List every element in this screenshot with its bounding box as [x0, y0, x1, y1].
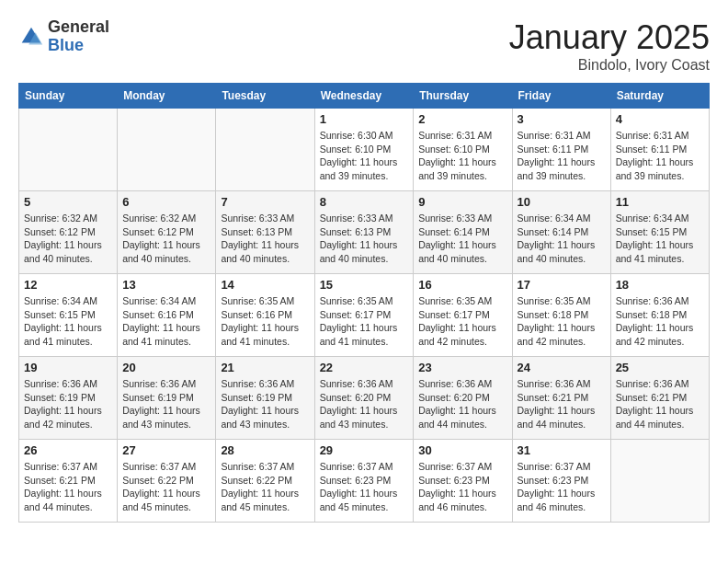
day-info: Sunrise: 6:37 AM Sunset: 6:23 PM Dayligh…	[418, 460, 506, 514]
logo-icon	[18, 24, 44, 50]
month-title: January 2025	[509, 18, 710, 57]
day-info: Sunrise: 6:31 AM Sunset: 6:11 PM Dayligh…	[518, 129, 606, 183]
day-cell: 25Sunrise: 6:36 AM Sunset: 6:21 PM Dayli…	[610, 357, 709, 440]
day-number: 30	[418, 443, 506, 457]
day-info: Sunrise: 6:36 AM Sunset: 6:20 PM Dayligh…	[320, 377, 409, 431]
day-cell: 22Sunrise: 6:36 AM Sunset: 6:20 PM Dayli…	[314, 357, 414, 440]
logo: General Blue	[18, 18, 109, 55]
day-number: 14	[221, 278, 309, 292]
calendar-table: SundayMondayTuesdayWednesdayThursdayFrid…	[18, 83, 710, 523]
day-info: Sunrise: 6:36 AM Sunset: 6:19 PM Dayligh…	[221, 377, 309, 431]
day-number: 5	[24, 195, 112, 209]
day-info: Sunrise: 6:37 AM Sunset: 6:22 PM Dayligh…	[221, 460, 309, 514]
day-number: 18	[616, 278, 704, 292]
day-info: Sunrise: 6:36 AM Sunset: 6:20 PM Dayligh…	[418, 377, 506, 431]
header-monday: Monday	[118, 84, 216, 109]
calendar-header-row: SundayMondayTuesdayWednesdayThursdayFrid…	[19, 84, 710, 109]
header-wednesday: Wednesday	[314, 84, 414, 109]
day-cell: 17Sunrise: 6:35 AM Sunset: 6:18 PM Dayli…	[512, 274, 610, 357]
day-info: Sunrise: 6:34 AM Sunset: 6:14 PM Dayligh…	[518, 212, 606, 266]
day-cell: 5Sunrise: 6:32 AM Sunset: 6:12 PM Daylig…	[19, 191, 118, 274]
day-cell: 13Sunrise: 6:34 AM Sunset: 6:16 PM Dayli…	[118, 274, 216, 357]
day-cell: 29Sunrise: 6:37 AM Sunset: 6:23 PM Dayli…	[314, 440, 414, 523]
day-cell: 21Sunrise: 6:36 AM Sunset: 6:19 PM Dayli…	[216, 357, 314, 440]
day-info: Sunrise: 6:36 AM Sunset: 6:21 PM Dayligh…	[616, 377, 704, 431]
day-cell: 10Sunrise: 6:34 AM Sunset: 6:14 PM Dayli…	[512, 191, 610, 274]
logo-general: General	[48, 18, 109, 37]
day-cell	[610, 440, 709, 523]
day-info: Sunrise: 6:34 AM Sunset: 6:15 PM Dayligh…	[24, 294, 112, 349]
day-number: 16	[418, 278, 506, 292]
day-info: Sunrise: 6:35 AM Sunset: 6:18 PM Dayligh…	[518, 294, 606, 349]
day-number: 25	[616, 361, 704, 374]
day-cell: 11Sunrise: 6:34 AM Sunset: 6:15 PM Dayli…	[610, 191, 709, 274]
day-number: 7	[221, 195, 309, 209]
header-tuesday: Tuesday	[216, 84, 314, 109]
day-number: 8	[320, 195, 409, 209]
day-number: 11	[616, 195, 704, 209]
day-cell: 18Sunrise: 6:36 AM Sunset: 6:18 PM Dayli…	[610, 274, 709, 357]
day-number: 21	[221, 361, 309, 374]
day-info: Sunrise: 6:34 AM Sunset: 6:16 PM Dayligh…	[122, 294, 210, 349]
page-header: General Blue January 2025 Bindolo, Ivory…	[18, 18, 710, 74]
day-info: Sunrise: 6:37 AM Sunset: 6:22 PM Dayligh…	[122, 460, 210, 514]
header-thursday: Thursday	[414, 84, 512, 109]
day-number: 9	[418, 195, 506, 209]
header-saturday: Saturday	[610, 84, 709, 109]
week-row-5: 26Sunrise: 6:37 AM Sunset: 6:21 PM Dayli…	[19, 440, 710, 523]
day-info: Sunrise: 6:32 AM Sunset: 6:12 PM Dayligh…	[24, 212, 112, 266]
header-friday: Friday	[512, 84, 610, 109]
day-number: 24	[518, 361, 606, 374]
day-cell: 30Sunrise: 6:37 AM Sunset: 6:23 PM Dayli…	[414, 440, 512, 523]
day-cell: 28Sunrise: 6:37 AM Sunset: 6:22 PM Dayli…	[216, 440, 314, 523]
day-cell: 3Sunrise: 6:31 AM Sunset: 6:11 PM Daylig…	[512, 109, 610, 191]
day-number: 31	[518, 443, 606, 457]
day-cell: 19Sunrise: 6:36 AM Sunset: 6:19 PM Dayli…	[19, 357, 118, 440]
day-number: 6	[122, 195, 210, 209]
day-info: Sunrise: 6:31 AM Sunset: 6:10 PM Dayligh…	[418, 129, 506, 183]
title-block: January 2025 Bindolo, Ivory Coast	[509, 18, 710, 74]
logo-text: General Blue	[48, 18, 109, 55]
day-number: 28	[221, 443, 309, 457]
header-sunday: Sunday	[19, 84, 118, 109]
day-cell	[216, 109, 314, 191]
day-number: 23	[418, 361, 506, 374]
day-info: Sunrise: 6:33 AM Sunset: 6:13 PM Dayligh…	[320, 212, 409, 266]
day-cell: 1Sunrise: 6:30 AM Sunset: 6:10 PM Daylig…	[314, 109, 414, 191]
day-cell: 16Sunrise: 6:35 AM Sunset: 6:17 PM Dayli…	[414, 274, 512, 357]
location-subtitle: Bindolo, Ivory Coast	[509, 57, 710, 74]
logo-blue: Blue	[48, 37, 109, 55]
day-number: 2	[418, 112, 506, 126]
day-number: 17	[518, 278, 606, 292]
day-cell: 15Sunrise: 6:35 AM Sunset: 6:17 PM Dayli…	[314, 274, 414, 357]
day-cell	[19, 109, 118, 191]
day-info: Sunrise: 6:36 AM Sunset: 6:19 PM Dayligh…	[122, 377, 210, 431]
day-cell: 9Sunrise: 6:33 AM Sunset: 6:14 PM Daylig…	[414, 191, 512, 274]
day-number: 22	[320, 361, 409, 374]
day-info: Sunrise: 6:32 AM Sunset: 6:12 PM Dayligh…	[122, 212, 210, 266]
day-cell: 6Sunrise: 6:32 AM Sunset: 6:12 PM Daylig…	[118, 191, 216, 274]
day-cell: 7Sunrise: 6:33 AM Sunset: 6:13 PM Daylig…	[216, 191, 314, 274]
day-info: Sunrise: 6:35 AM Sunset: 6:16 PM Dayligh…	[221, 294, 309, 349]
week-row-2: 5Sunrise: 6:32 AM Sunset: 6:12 PM Daylig…	[19, 191, 710, 274]
day-info: Sunrise: 6:35 AM Sunset: 6:17 PM Dayligh…	[418, 294, 506, 349]
day-cell: 27Sunrise: 6:37 AM Sunset: 6:22 PM Dayli…	[118, 440, 216, 523]
day-info: Sunrise: 6:37 AM Sunset: 6:21 PM Dayligh…	[24, 460, 112, 514]
day-cell: 26Sunrise: 6:37 AM Sunset: 6:21 PM Dayli…	[19, 440, 118, 523]
day-number: 10	[518, 195, 606, 209]
day-cell: 14Sunrise: 6:35 AM Sunset: 6:16 PM Dayli…	[216, 274, 314, 357]
day-cell: 23Sunrise: 6:36 AM Sunset: 6:20 PM Dayli…	[414, 357, 512, 440]
day-info: Sunrise: 6:36 AM Sunset: 6:21 PM Dayligh…	[518, 377, 606, 431]
week-row-1: 1Sunrise: 6:30 AM Sunset: 6:10 PM Daylig…	[19, 109, 710, 191]
day-info: Sunrise: 6:30 AM Sunset: 6:10 PM Dayligh…	[320, 129, 409, 183]
day-info: Sunrise: 6:33 AM Sunset: 6:14 PM Dayligh…	[418, 212, 506, 266]
day-info: Sunrise: 6:33 AM Sunset: 6:13 PM Dayligh…	[221, 212, 309, 266]
day-number: 26	[24, 443, 112, 457]
day-number: 19	[24, 361, 112, 374]
day-cell: 4Sunrise: 6:31 AM Sunset: 6:11 PM Daylig…	[610, 109, 709, 191]
day-cell: 2Sunrise: 6:31 AM Sunset: 6:10 PM Daylig…	[414, 109, 512, 191]
week-row-3: 12Sunrise: 6:34 AM Sunset: 6:15 PM Dayli…	[19, 274, 710, 357]
day-cell: 8Sunrise: 6:33 AM Sunset: 6:13 PM Daylig…	[314, 191, 414, 274]
day-info: Sunrise: 6:36 AM Sunset: 6:18 PM Dayligh…	[616, 294, 704, 349]
day-number: 3	[518, 112, 606, 126]
